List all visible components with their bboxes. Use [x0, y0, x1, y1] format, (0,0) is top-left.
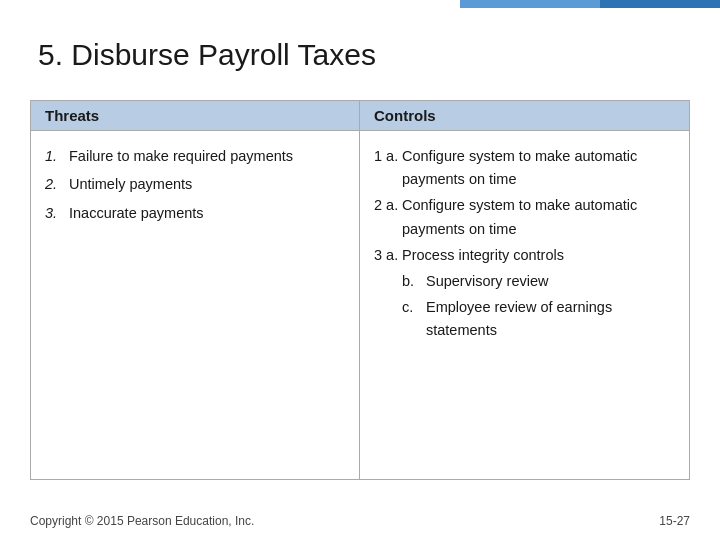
threat-num-2: 2.	[45, 173, 69, 195]
control-text-1a: Configure system to make automatic payme…	[402, 145, 675, 191]
controls-header: Controls	[360, 101, 689, 131]
controls-column: Controls 1 a. Configure system to make a…	[360, 101, 689, 479]
threats-header: Threats	[31, 101, 359, 131]
threats-body: 1. Failure to make required payments 2. …	[31, 131, 359, 244]
control-item-1a: 1 a. Configure system to make automatic …	[374, 145, 675, 191]
control-sublabel-c: c.	[402, 296, 426, 342]
list-item: 3. Inaccurate payments	[45, 202, 345, 224]
control-item-2a: 2 a. Configure system to make automatic …	[374, 194, 675, 240]
control-item-3a: 3 a. Process integrity controls	[374, 244, 675, 267]
footer: Copyright © 2015 Pearson Education, Inc.…	[30, 514, 690, 528]
threats-list: 1. Failure to make required payments 2. …	[45, 145, 345, 224]
list-item: 1. Failure to make required payments	[45, 145, 345, 167]
controls-sub-list: b. Supervisory review c. Employee review…	[374, 270, 675, 343]
list-item: 2. Untimely payments	[45, 173, 345, 195]
controls-body: 1 a. Configure system to make automatic …	[360, 131, 689, 360]
control-label-1a: 1 a.	[374, 145, 402, 168]
threats-column: Threats 1. Failure to make required paym…	[31, 101, 360, 479]
content-area: Threats 1. Failure to make required paym…	[30, 100, 690, 480]
top-bar-decoration	[460, 0, 720, 8]
control-text-2a: Configure system to make automatic payme…	[402, 194, 675, 240]
page-title: 5. Disburse Payroll Taxes	[38, 38, 376, 72]
threat-num-3: 3.	[45, 202, 69, 224]
threat-num-1: 1.	[45, 145, 69, 167]
control-text-3a: Process integrity controls	[402, 244, 564, 267]
copyright-text: Copyright © 2015 Pearson Education, Inc.	[30, 514, 254, 528]
control-label-3a: 3 a.	[374, 244, 402, 267]
control-item-b: b. Supervisory review	[402, 270, 675, 293]
main-table: Threats 1. Failure to make required paym…	[30, 100, 690, 480]
control-label-2a: 2 a.	[374, 194, 402, 217]
threat-text-1: Failure to make required payments	[69, 145, 293, 167]
control-text-c: Employee review of earnings statements	[426, 296, 675, 342]
threat-text-3: Inaccurate payments	[69, 202, 204, 224]
top-bar-accent	[600, 0, 720, 8]
control-item-c: c. Employee review of earnings statement…	[402, 296, 675, 342]
control-sublabel-b: b.	[402, 270, 426, 293]
control-text-b: Supervisory review	[426, 270, 549, 293]
page-number: 15-27	[659, 514, 690, 528]
threat-text-2: Untimely payments	[69, 173, 192, 195]
